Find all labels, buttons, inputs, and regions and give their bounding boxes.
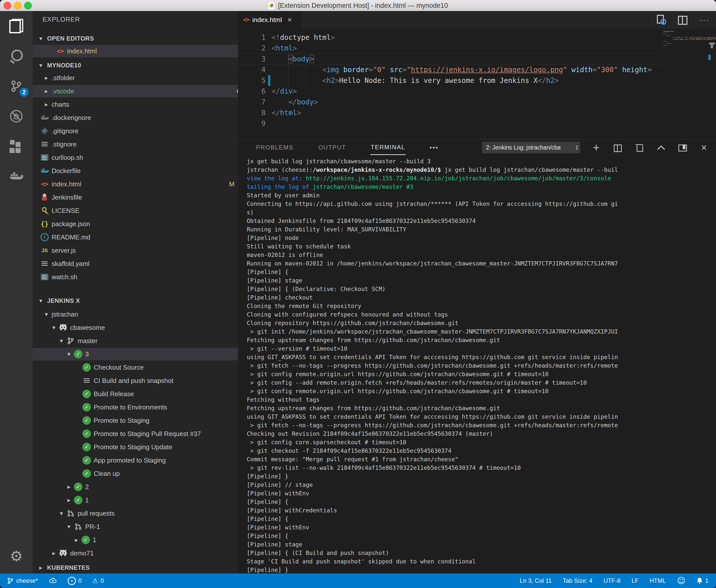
minimap-token — [662, 37, 672, 38]
panel-header: PROBLEMSOUTPUTTERMINAL•••2: Jenkins Log:… — [238, 140, 716, 155]
tree-row[interactable]: ✓Promote to Environments — [33, 401, 238, 414]
search-icon — [9, 49, 23, 63]
terminal-text: tailing the log of — [247, 184, 313, 190]
minimize-window-button[interactable] — [14, 2, 22, 9]
panel-tab-problems[interactable]: PROBLEMS — [255, 141, 294, 154]
status-bar: cheese*×0⚠0 Ln 3, Col 11Tab Size: 4UTF-8… — [0, 573, 716, 588]
section-header-mynode10[interactable]: ▾MYNODE10 — [33, 59, 238, 71]
minimap-line: <html> — [662, 33, 704, 34]
tree-row[interactable]: ▸demo71 — [33, 547, 238, 560]
status-item-bell[interactable]: 1 — [696, 577, 709, 584]
section-label: MYNODE10 — [47, 62, 81, 69]
zoom-window-button[interactable] — [24, 2, 32, 9]
panel-tab-output[interactable]: OUTPUT — [318, 141, 346, 154]
tree-row[interactable]: <>index.htmlM — [33, 178, 238, 190]
tree-row[interactable]: CI Build and push snapshot — [33, 374, 238, 387]
tree-row[interactable]: iREADME.md — [33, 231, 238, 244]
tree-row[interactable]: ▸✓1 — [33, 534, 238, 546]
tree-row[interactable]: Dockerfile — [33, 165, 238, 177]
tree-item-label: App promoted to Staging — [94, 457, 166, 464]
terminal-text: using GIT_ASKPASS to set credentials API… — [247, 354, 618, 360]
tree-row[interactable]: ▸.stfolder — [33, 71, 238, 84]
settings-icon[interactable]: ⚙ — [10, 549, 23, 564]
minimap-token: body — [667, 35, 670, 36]
tab-index-html[interactable]: <> index.html × — [238, 11, 301, 28]
section-header-open-editors[interactable]: ▾OPEN EDITORS — [33, 32, 238, 45]
panel-more-icon[interactable]: ••• — [429, 144, 438, 151]
tree-item-label: cbawesome — [70, 324, 105, 332]
status-item[interactable]: UTF-8 — [604, 577, 620, 584]
status-item[interactable]: HTML — [650, 577, 666, 584]
section-header-kubernetes[interactable]: ▸KUBERNETES — [33, 562, 238, 573]
tree-row[interactable]: ▾cbawesome — [33, 321, 238, 334]
code-editor[interactable]: 1 2 3 4 5 6 7 8 9<!doctype html><html> <… — [238, 28, 716, 139]
activity-bar-bottom: ⚙ — [0, 542, 33, 570]
split-terminal-icon[interactable] — [613, 143, 622, 152]
tree-row[interactable]: ✓Clean up — [33, 467, 238, 480]
kill-terminal-icon[interactable] — [635, 143, 644, 152]
tree-row[interactable]: ▾master — [33, 335, 238, 347]
tree-item-label: demo71 — [70, 549, 94, 557]
close-panel-icon[interactable]: × — [699, 143, 709, 152]
more-actions-icon[interactable]: ··· — [699, 15, 710, 25]
tree-row[interactable]: watch.sh — [33, 271, 238, 283]
tree-row[interactable]: ✓Build Release — [33, 388, 238, 400]
minimap-token: border — [676, 37, 681, 38]
panel-tab-terminal[interactable]: TERMINAL — [370, 140, 406, 155]
tree-row[interactable]: ▾PR-1 — [33, 520, 238, 533]
new-terminal-icon[interactable]: + — [592, 143, 601, 152]
tree-row[interactable]: ▾✓3 — [33, 348, 238, 360]
tree-row[interactable]: ▸charts — [33, 98, 238, 111]
section-header-jenkins-x[interactable]: ▾JENKINS X — [33, 294, 238, 307]
activity-item-search[interactable] — [0, 41, 33, 71]
tree-row[interactable]: ✓Promote to Staging Pull Request #37 — [33, 427, 238, 440]
tree-row[interactable]: ✓App promoted to Staging — [33, 454, 238, 466]
tree-row[interactable]: {}package.json — [33, 217, 238, 230]
activity-item-scm[interactable]: 2 — [0, 71, 33, 101]
tree-row[interactable]: ▾pull requests — [33, 507, 238, 520]
toggle-panel-icon[interactable] — [678, 143, 687, 152]
tree-row[interactable]: curlloop.sh — [33, 151, 238, 164]
activity-item-debug[interactable] — [0, 101, 33, 131]
tree-row[interactable]: JSserver.js — [33, 244, 238, 257]
close-window-button[interactable] — [3, 2, 11, 9]
tree-row[interactable]: LICENSE — [33, 204, 238, 217]
list-icon — [42, 142, 47, 147]
chevron-right-icon: ▸ — [43, 75, 50, 81]
open-preview-icon[interactable] — [656, 15, 667, 25]
status-item[interactable]: Ln 3, Col 11 — [520, 577, 552, 584]
check-icon: ✓ — [82, 443, 91, 451]
status-item-error[interactable]: ×0 — [68, 577, 82, 585]
terminal-picker[interactable]: 2: Jenkins Log: jstrachan/cba▴▾ — [482, 142, 580, 153]
activity-item-files[interactable] — [0, 11, 33, 41]
split-editor-icon[interactable] — [678, 15, 688, 25]
tree-row[interactable]: .stignore — [33, 138, 238, 150]
status-item-cloud-upload[interactable] — [48, 578, 57, 584]
activity-item-extensions[interactable] — [0, 131, 33, 161]
code-token — [271, 77, 322, 85]
tree-row[interactable]: ▾jstrachan — [33, 308, 238, 320]
tree-row[interactable]: ▸.vscode — [33, 85, 238, 98]
chevron-down-icon: ▾ — [58, 510, 65, 517]
terminal-text: [Pipeline] { — [247, 516, 288, 522]
status-item[interactable]: Tab Size: 4 — [563, 577, 593, 584]
status-item-warning[interactable]: ⚠0 — [92, 577, 104, 585]
tree-row[interactable]: .gitignore — [33, 125, 238, 137]
minimap[interactable]: <!doctype html><html> <body> <img border… — [662, 28, 709, 139]
code-token: "0" — [373, 66, 386, 74]
tree-row[interactable]: ✓Promote to Staging Update — [33, 441, 238, 453]
tree-row[interactable]: Jenkinsfile — [33, 191, 238, 204]
tree-row[interactable]: ▸✓1 — [33, 494, 238, 506]
tree-row[interactable]: ✓Promote to Staging — [33, 414, 238, 427]
tree-row[interactable]: <>index.htmlM — [33, 45, 238, 57]
status-item-branch[interactable]: cheese* — [7, 577, 38, 584]
status-item[interactable]: LF — [632, 577, 639, 584]
tree-row[interactable]: ▸✓2 — [33, 481, 238, 493]
status-item-smiley[interactable]: ☺ — [677, 576, 685, 586]
tab-close-icon[interactable]: × — [287, 16, 292, 24]
tree-row[interactable]: .dockerignore — [33, 111, 238, 124]
activity-item-docker[interactable] — [0, 161, 33, 191]
tree-row[interactable]: skaffold.yaml — [33, 257, 238, 270]
tree-row[interactable]: ✓Checkout Source — [33, 361, 238, 374]
maximize-panel-icon[interactable] — [656, 143, 666, 152]
